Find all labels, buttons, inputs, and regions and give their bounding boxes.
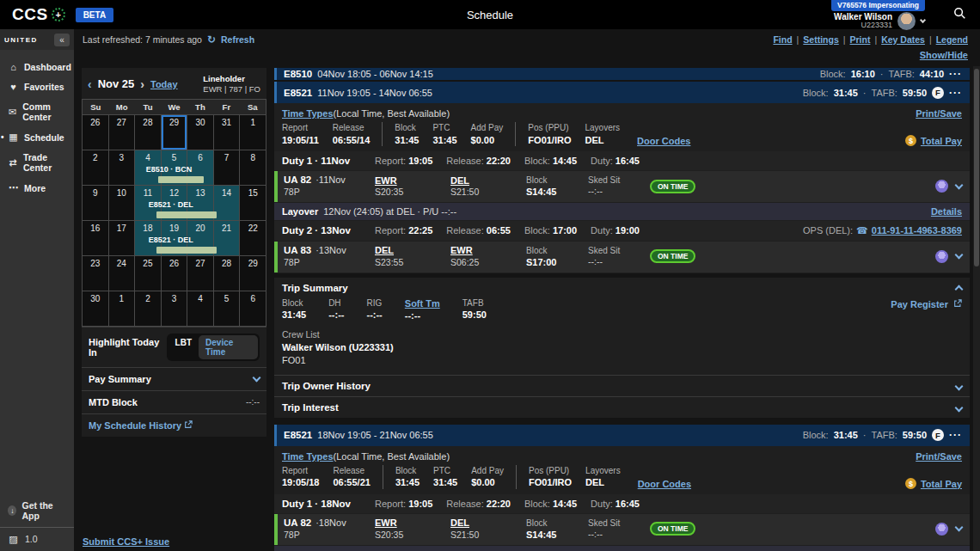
time-types-link[interactable]: Time Types	[282, 451, 334, 462]
calendar-day[interactable]: 6	[187, 150, 214, 186]
sidebar-item-dashboard[interactable]: ⌂ Dashboard	[8, 62, 74, 72]
sidebar-item-favorites[interactable]: ♥ Favorites	[8, 82, 74, 92]
trip-interest-accordion[interactable]: Trip Interest	[274, 396, 970, 418]
key-dates-link[interactable]: Key Dates	[881, 34, 925, 45]
calendar-day[interactable]: 27	[109, 115, 136, 150]
arrival-station-link[interactable]: DEL	[450, 517, 526, 529]
trip-header-e8510[interactable]: E8510 04Nov 18:05 - 06Nov 14:15 Block: 1…	[274, 68, 970, 80]
chevron-up-icon[interactable]	[955, 285, 964, 293]
toggle-device-time[interactable]: Device Time	[199, 335, 258, 359]
kebab-menu-icon[interactable]: ···	[949, 68, 962, 80]
calendar-day[interactable]: 23	[83, 256, 109, 291]
avatar[interactable]	[897, 12, 916, 30]
calendar-day[interactable]: 28	[135, 115, 162, 150]
calendar-day[interactable]: 30	[187, 115, 214, 150]
sidebar-item-schedule[interactable]: • ▦ Schedule	[8, 132, 74, 143]
toggle-lbt[interactable]: LBT	[168, 335, 199, 359]
calendar-day[interactable]: 31	[214, 115, 241, 150]
my-schedule-history-row[interactable]: My Schedule History	[82, 413, 266, 437]
calendar-day[interactable]: 13	[187, 186, 214, 221]
sidebar-item-comm-center[interactable]: ✉ Comm Center	[8, 101, 74, 122]
calendar-day[interactable]: 22	[240, 221, 266, 256]
chevron-down-icon[interactable]	[955, 181, 964, 189]
today-link[interactable]: Today	[150, 79, 178, 89]
calendar-day[interactable]: 26	[162, 256, 188, 291]
calendar-day[interactable]: 17	[109, 221, 136, 256]
departure-station-link[interactable]: EWR	[375, 517, 450, 529]
find-link[interactable]: Find	[773, 34, 792, 45]
calendar-day[interactable]: 28	[214, 256, 241, 291]
total-pay-link[interactable]: Total Pay	[921, 136, 962, 146]
chevron-down-icon[interactable]	[920, 16, 926, 22]
calendar-day[interactable]: 3	[109, 150, 136, 186]
print-save-link[interactable]: Print/Save	[916, 108, 962, 119]
sidebar-item-more[interactable]: ⋯ More	[8, 182, 74, 193]
get-the-app-button[interactable]: ↓ Get the App	[0, 494, 74, 527]
calendar-day[interactable]: 29	[240, 256, 266, 291]
calendar-day[interactable]: 26	[83, 115, 109, 150]
calendar-day[interactable]: 12	[162, 186, 188, 221]
total-pay-link[interactable]: Total Pay	[921, 479, 962, 489]
soft-time-link[interactable]: Soft Tm	[405, 297, 440, 310]
calendar-day[interactable]: 1	[240, 115, 266, 150]
calendar-day[interactable]: 15	[240, 186, 266, 221]
calendar-day[interactable]: 4	[187, 291, 214, 327]
calendar-day-today[interactable]: 29	[162, 115, 188, 150]
print-save-link[interactable]: Print/Save	[916, 451, 962, 462]
arrival-station-link[interactable]: EWR	[450, 244, 526, 256]
calendar-day[interactable]: 30	[83, 291, 109, 327]
calendar-day[interactable]: 19	[162, 221, 188, 256]
calendar-day[interactable]: 27	[187, 256, 214, 291]
kebab-menu-icon[interactable]: ···	[949, 429, 962, 441]
calendar-day[interactable]: 2	[135, 291, 162, 327]
calendar-day[interactable]: 14	[214, 186, 241, 221]
calendar-prev-button[interactable]: ‹	[88, 78, 92, 90]
trip-owner-history-accordion[interactable]: Trip Owner History	[274, 375, 970, 396]
calendar-day[interactable]: 3	[162, 291, 188, 327]
submit-ccs-issue-link[interactable]: Submit CCS+ Issue	[83, 536, 169, 547]
calendar-day[interactable]: 16	[83, 221, 109, 256]
calendar-day[interactable]: 7	[214, 150, 241, 186]
my-schedule-history-link[interactable]: My Schedule History	[89, 420, 181, 431]
crew-avatar-icon[interactable]	[935, 180, 948, 193]
calendar-day[interactable]: 6	[240, 291, 266, 327]
calendar-day[interactable]: 9	[83, 186, 109, 221]
calendar-day[interactable]: 5	[214, 291, 241, 327]
calendar-day[interactable]: 24	[109, 256, 136, 291]
calendar-day[interactable]: 11	[135, 186, 162, 221]
departure-station-link[interactable]: DEL	[375, 244, 450, 256]
user-menu[interactable]: V765576 Impersonating Walker Wilson U223…	[831, 0, 925, 30]
calendar-next-button[interactable]: ›	[140, 78, 144, 90]
calendar-day[interactable]: 10	[109, 186, 136, 221]
door-codes-link[interactable]: Door Codes	[637, 136, 690, 146]
ops-phone-link[interactable]: 011-91-11-4963-8369	[872, 225, 962, 236]
calendar-day[interactable]: 21	[214, 221, 241, 256]
departure-station-link[interactable]: EWR	[375, 174, 450, 187]
calendar-day[interactable]: 4	[135, 150, 162, 186]
kebab-menu-icon[interactable]: ···	[949, 87, 962, 99]
arrival-station-link[interactable]: DEL	[450, 174, 526, 187]
show-hide-link[interactable]: Show/Hide	[920, 50, 968, 60]
chevron-down-icon[interactable]	[955, 523, 964, 532]
scrollbar-thumb[interactable]	[974, 69, 979, 266]
trip-header-e8521-18nov[interactable]: E8521 18Nov 19:05 - 21Nov 06:55 Block: 3…	[274, 425, 970, 446]
print-link[interactable]: Print	[849, 34, 870, 45]
calendar-day[interactable]: 5	[162, 150, 188, 186]
pay-register-link[interactable]: Pay Register	[891, 299, 948, 309]
sidebar-item-trade-center[interactable]: ⇄ Trade Center	[8, 152, 74, 173]
legend-link[interactable]: Legend	[936, 34, 968, 45]
calendar-day[interactable]: 8	[240, 150, 266, 186]
calendar-day[interactable]: 18	[135, 221, 162, 256]
door-codes-link[interactable]: Door Codes	[638, 479, 691, 489]
refresh-icon[interactable]: ↻	[207, 34, 216, 46]
sidebar-collapse-button[interactable]: «	[54, 34, 70, 46]
vertical-scrollbar[interactable]	[973, 66, 980, 551]
layover-details-link[interactable]: Details	[931, 206, 962, 217]
crew-avatar-icon[interactable]	[935, 250, 948, 263]
chevron-down-icon[interactable]	[955, 251, 964, 260]
pay-summary-accordion[interactable]: Pay Summary	[82, 367, 266, 390]
search-icon[interactable]	[953, 7, 966, 21]
time-types-link[interactable]: Time Types	[282, 108, 334, 119]
trip-header-e8521-11nov[interactable]: E8521 11Nov 19:05 - 14Nov 06:55 Block: 3…	[274, 82, 970, 103]
refresh-link[interactable]: Refresh	[221, 34, 254, 45]
